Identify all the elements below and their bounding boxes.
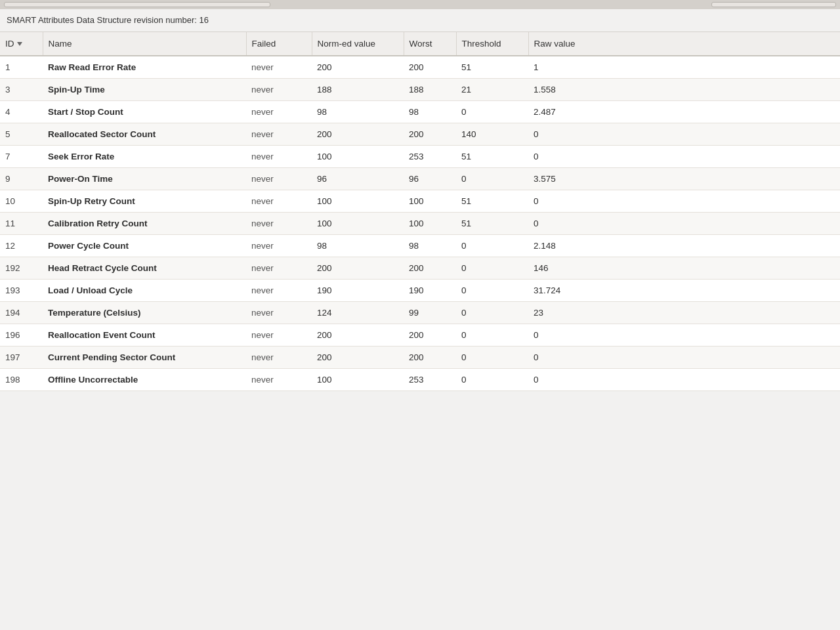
table-row: 11Calibration Retry Countnever100100510 bbox=[0, 213, 840, 235]
cell-normed: 200 bbox=[312, 346, 404, 369]
col-header-raw[interactable]: Raw value bbox=[528, 32, 840, 56]
cell-normed: 190 bbox=[312, 280, 404, 302]
cell-failed: never bbox=[246, 346, 312, 369]
cell-id: 11 bbox=[0, 213, 43, 235]
cell-normed: 200 bbox=[312, 56, 404, 79]
cell-normed: 188 bbox=[312, 79, 404, 101]
cell-threshold: 0 bbox=[456, 101, 528, 123]
smart-table-container: ID Name Failed Norm-ed value Worst Thres… bbox=[0, 32, 840, 391]
cell-raw: 0 bbox=[528, 213, 840, 235]
cell-name: Spin-Up Retry Count bbox=[43, 190, 246, 213]
cell-worst: 190 bbox=[404, 280, 456, 302]
cell-failed: never bbox=[246, 168, 312, 190]
table-row: 4Start / Stop Countnever989802.487 bbox=[0, 101, 840, 123]
cell-name: Load / Unload Cycle bbox=[43, 280, 246, 302]
cell-raw: 0 bbox=[528, 369, 840, 391]
cell-worst: 200 bbox=[404, 324, 456, 346]
table-row: 196Reallocation Event Countnever20020000 bbox=[0, 324, 840, 346]
cell-failed: never bbox=[246, 302, 312, 324]
cell-name: Raw Read Error Rate bbox=[43, 56, 246, 79]
cell-threshold: 0 bbox=[456, 257, 528, 280]
sort-arrow-icon bbox=[17, 42, 22, 46]
cell-id: 192 bbox=[0, 257, 43, 280]
cell-failed: never bbox=[246, 324, 312, 346]
cell-normed: 100 bbox=[312, 146, 404, 168]
cell-worst: 200 bbox=[404, 123, 456, 146]
cell-raw: 1 bbox=[528, 56, 840, 79]
cell-id: 10 bbox=[0, 190, 43, 213]
top-scrollbar-bar[interactable] bbox=[0, 0, 840, 9]
cell-threshold: 140 bbox=[456, 123, 528, 146]
cell-failed: never bbox=[246, 280, 312, 302]
cell-id: 9 bbox=[0, 168, 43, 190]
cell-normed: 100 bbox=[312, 190, 404, 213]
cell-threshold: 0 bbox=[456, 302, 528, 324]
table-header-row: ID Name Failed Norm-ed value Worst Thres… bbox=[0, 32, 840, 56]
cell-failed: never bbox=[246, 213, 312, 235]
table-row: 12Power Cycle Countnever989802.148 bbox=[0, 235, 840, 257]
cell-name: Power Cycle Count bbox=[43, 235, 246, 257]
cell-threshold: 51 bbox=[456, 56, 528, 79]
cell-name: Offline Uncorrectable bbox=[43, 369, 246, 391]
table-row: 193Load / Unload Cyclenever190190031.724 bbox=[0, 280, 840, 302]
cell-id: 196 bbox=[0, 324, 43, 346]
col-header-normed[interactable]: Norm-ed value bbox=[312, 32, 404, 56]
col-header-name[interactable]: Name bbox=[43, 32, 246, 56]
cell-worst: 100 bbox=[404, 213, 456, 235]
smart-attributes-table: ID Name Failed Norm-ed value Worst Thres… bbox=[0, 32, 840, 391]
col-header-worst[interactable]: Worst bbox=[404, 32, 456, 56]
cell-name: Head Retract Cycle Count bbox=[43, 257, 246, 280]
cell-name: Start / Stop Count bbox=[43, 101, 246, 123]
cell-worst: 98 bbox=[404, 101, 456, 123]
cell-name: Seek Error Rate bbox=[43, 146, 246, 168]
cell-failed: never bbox=[246, 146, 312, 168]
revision-header: SMART Attributes Data Structure revision… bbox=[0, 9, 840, 32]
cell-normed: 200 bbox=[312, 324, 404, 346]
table-row: 9Power-On Timenever969603.575 bbox=[0, 168, 840, 190]
cell-name: Spin-Up Time bbox=[43, 79, 246, 101]
cell-failed: never bbox=[246, 190, 312, 213]
col-header-threshold[interactable]: Threshold bbox=[456, 32, 528, 56]
cell-threshold: 51 bbox=[456, 190, 528, 213]
cell-id: 5 bbox=[0, 123, 43, 146]
table-row: 197Current Pending Sector Countnever2002… bbox=[0, 346, 840, 369]
table-row: 7Seek Error Ratenever100253510 bbox=[0, 146, 840, 168]
table-row: 198Offline Uncorrectablenever10025300 bbox=[0, 369, 840, 391]
revision-text: SMART Attributes Data Structure revision… bbox=[7, 15, 209, 25]
cell-id: 12 bbox=[0, 235, 43, 257]
cell-failed: never bbox=[246, 235, 312, 257]
cell-raw: 0 bbox=[528, 190, 840, 213]
cell-worst: 96 bbox=[404, 168, 456, 190]
scrollbar-thumb-right[interactable] bbox=[711, 2, 836, 7]
scrollbar-thumb-left[interactable] bbox=[4, 2, 270, 7]
cell-threshold: 0 bbox=[456, 168, 528, 190]
cell-failed: never bbox=[246, 101, 312, 123]
cell-raw: 1.558 bbox=[528, 79, 840, 101]
cell-name: Temperature (Celsius) bbox=[43, 302, 246, 324]
cell-raw: 2.148 bbox=[528, 235, 840, 257]
cell-id: 4 bbox=[0, 101, 43, 123]
cell-name: Power-On Time bbox=[43, 168, 246, 190]
cell-raw: 3.575 bbox=[528, 168, 840, 190]
cell-id: 193 bbox=[0, 280, 43, 302]
cell-raw: 0 bbox=[528, 146, 840, 168]
cell-name: Current Pending Sector Count bbox=[43, 346, 246, 369]
table-row: 194Temperature (Celsius)never12499023 bbox=[0, 302, 840, 324]
cell-worst: 200 bbox=[404, 56, 456, 79]
col-header-id[interactable]: ID bbox=[0, 32, 43, 56]
cell-failed: never bbox=[246, 123, 312, 146]
cell-raw: 23 bbox=[528, 302, 840, 324]
cell-normed: 98 bbox=[312, 235, 404, 257]
table-row: 5Reallocated Sector Countnever2002001400 bbox=[0, 123, 840, 146]
cell-threshold: 0 bbox=[456, 235, 528, 257]
cell-worst: 100 bbox=[404, 190, 456, 213]
table-row: 1Raw Read Error Ratenever200200511 bbox=[0, 56, 840, 79]
cell-threshold: 51 bbox=[456, 213, 528, 235]
col-header-failed[interactable]: Failed bbox=[246, 32, 312, 56]
cell-id: 197 bbox=[0, 346, 43, 369]
table-row: 192Head Retract Cycle Countnever20020001… bbox=[0, 257, 840, 280]
cell-worst: 99 bbox=[404, 302, 456, 324]
cell-raw: 0 bbox=[528, 123, 840, 146]
cell-threshold: 0 bbox=[456, 346, 528, 369]
cell-normed: 100 bbox=[312, 213, 404, 235]
